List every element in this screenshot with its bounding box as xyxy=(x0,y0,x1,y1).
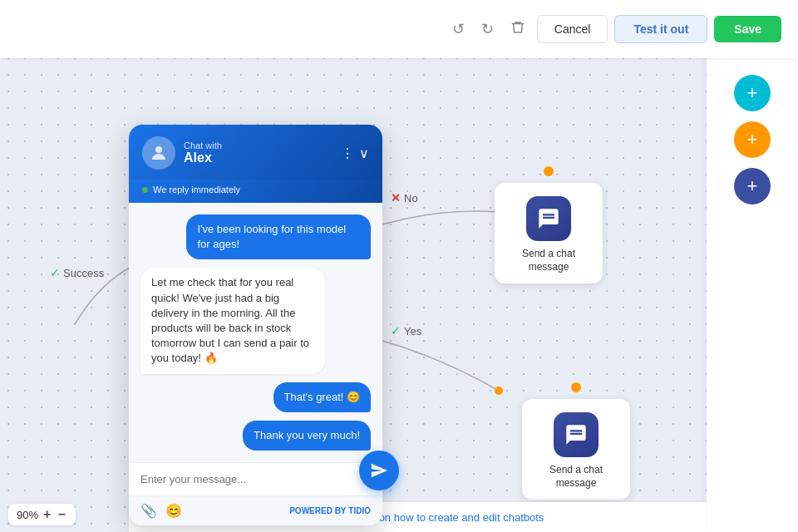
zoom-level: 90% xyxy=(17,509,38,521)
svg-point-1 xyxy=(495,387,503,395)
bottom-node-dot xyxy=(571,382,581,392)
bottom-node-icon xyxy=(554,412,598,457)
chat-widget: Chat with Alex ⋮ ∨ We reply immediately … xyxy=(129,125,382,525)
chat-status: We reply immediately xyxy=(129,180,382,203)
send-icon xyxy=(370,461,388,480)
yes-label: ✓ Yes xyxy=(391,324,421,337)
test-button[interactable]: Test it out xyxy=(614,15,707,43)
bottom-node-label: Send a chat message xyxy=(530,464,622,490)
save-button[interactable]: Save xyxy=(714,16,781,42)
status-dot xyxy=(142,187,148,193)
chat-input[interactable] xyxy=(140,473,371,485)
chat-header-info: Chat with Alex xyxy=(184,140,332,165)
message-2: Let me check that for you real quick! We… xyxy=(140,268,325,373)
chat-header: Chat with Alex ⋮ ∨ xyxy=(129,125,382,180)
zoom-controls: 90% + − xyxy=(8,504,76,525)
toolbar-actions: ↺ ↻ Cancel Test it out Save xyxy=(447,15,781,43)
zoom-in-button[interactable]: + xyxy=(42,507,52,522)
toolbar: ↺ ↻ Cancel Test it out Save xyxy=(0,0,798,58)
undo-button[interactable]: ↺ xyxy=(447,17,470,42)
powered-by: POWERED BY TIDIO xyxy=(289,506,371,515)
yes-check-icon: ✓ xyxy=(391,324,401,337)
emoji-icon[interactable]: 😊 xyxy=(165,503,182,519)
top-chat-node-card[interactable]: Send a chat message xyxy=(495,183,603,283)
top-node-dot xyxy=(544,166,554,176)
top-chat-node[interactable]: Send a chat message xyxy=(495,166,603,283)
canvas-area: ✓ Success ✕ No ✓ Yes Send a chat message xyxy=(0,58,798,532)
chat-input-area xyxy=(129,462,382,495)
delete-button[interactable] xyxy=(505,17,530,42)
top-node-label: Send a chat message xyxy=(503,248,594,273)
x-icon: ✕ xyxy=(391,191,401,204)
check-icon: ✓ xyxy=(50,266,60,279)
no-label: ✕ No xyxy=(391,191,418,204)
chat-header-title: Chat with xyxy=(184,140,332,150)
chat-footer-icons: 📎 😊 xyxy=(140,503,182,519)
right-panel: + + + xyxy=(707,58,798,532)
message-1: I've been looking for this model for age… xyxy=(186,214,371,259)
add-button-2[interactable]: + xyxy=(734,121,771,158)
top-node-icon xyxy=(526,196,571,241)
chat-bubble-icon-2 xyxy=(564,423,588,446)
message-4: Thank you very much! xyxy=(243,421,371,451)
send-chat-button[interactable] xyxy=(359,451,399,490)
connector-lines xyxy=(0,58,798,532)
success-label: ✓ Success xyxy=(50,266,104,279)
more-icon[interactable]: ⋮ xyxy=(341,145,354,161)
zoom-out-button[interactable]: − xyxy=(56,507,66,522)
chat-footer: 📎 😊 POWERED BY TIDIO xyxy=(129,495,382,525)
bottom-chat-node[interactable]: Send a chat message xyxy=(522,382,630,500)
chat-messages: I've been looking for this model for age… xyxy=(129,203,382,462)
cancel-button[interactable]: Cancel xyxy=(537,15,608,43)
add-button-1[interactable]: + xyxy=(734,75,771,111)
avatar xyxy=(142,136,175,170)
bottom-chat-node-card[interactable]: Send a chat message xyxy=(522,399,630,500)
svg-point-2 xyxy=(155,146,162,153)
add-button-3[interactable]: + xyxy=(734,168,771,204)
redo-button[interactable]: ↻ xyxy=(476,17,499,42)
attachment-icon[interactable]: 📎 xyxy=(140,503,157,519)
chevron-down-icon[interactable]: ∨ xyxy=(359,145,369,161)
chat-header-name: Alex xyxy=(184,150,332,165)
chat-bubble-icon xyxy=(537,207,560,230)
message-3: That's great! 😊 xyxy=(273,382,371,412)
chat-header-actions: ⋮ ∨ xyxy=(341,145,369,161)
